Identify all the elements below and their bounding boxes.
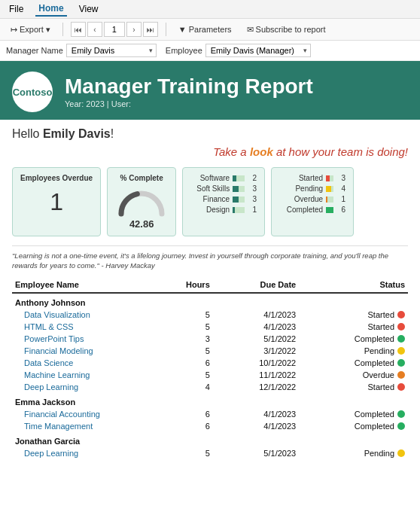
course-hours: 5 xyxy=(163,309,213,321)
table-row: Financial Accounting 6 4/1/2023 Complete… xyxy=(12,408,408,420)
subscribe-icon: ✉ xyxy=(247,25,254,35)
manager-select[interactable]: Emily Davis xyxy=(66,44,157,57)
cat-row-software: Software 2 xyxy=(190,174,257,182)
next-page-button[interactable]: › xyxy=(126,22,142,37)
stat-row-started: Started 3 xyxy=(279,174,345,182)
hello-prefix: Hello xyxy=(12,127,43,140)
course-status: Pending xyxy=(299,447,408,459)
course-hours: 5 xyxy=(163,369,213,381)
course-name: Deep Learning xyxy=(12,381,163,393)
employee-filter-group: Employee Emily Davis (Manager) xyxy=(166,44,311,57)
status-dot xyxy=(397,383,405,391)
course-name: Machine Learning xyxy=(12,369,163,381)
export-button[interactable]: ↦ Export ▾ xyxy=(6,23,55,36)
course-name: PowerPoint Tips xyxy=(12,333,163,345)
employee-row: Jonathan Garcia xyxy=(12,432,408,447)
course-hours: 4 xyxy=(163,381,213,393)
course-status: Pending xyxy=(299,345,408,357)
status-dot xyxy=(397,359,405,367)
cat-label-software: Software xyxy=(190,174,230,182)
cat-row-design: Design 1 xyxy=(190,206,257,214)
cat-bar-softskills xyxy=(233,186,239,192)
status-text: Completed xyxy=(355,334,394,343)
toolbar-separator xyxy=(62,23,63,36)
quote-text: "Learning is not a one-time event, it's … xyxy=(12,245,408,271)
course-name: HTML & CSS xyxy=(12,321,163,333)
overdue-card: Employees Overdue 1 xyxy=(12,167,101,236)
cat-num-design: 1 xyxy=(248,206,257,214)
greeting-name: Emily Davis xyxy=(43,127,111,140)
employee-row: Emma Jackson xyxy=(12,393,408,408)
course-status: Completed xyxy=(299,333,408,345)
parameters-button[interactable]: ▼ Parameters xyxy=(174,23,236,35)
status-dot xyxy=(397,422,405,430)
table-row: PowerPoint Tips 3 5/1/2022 Completed xyxy=(12,333,408,345)
cat-num-finance: 3 xyxy=(248,195,257,203)
course-name: Data Visualization xyxy=(12,309,163,321)
course-status: Completed xyxy=(299,357,408,369)
course-hours: 6 xyxy=(163,420,213,432)
prev-page-button[interactable]: ‹ xyxy=(87,22,102,37)
stat-label-overdue: Overdue xyxy=(279,195,323,203)
course-status: Completed xyxy=(299,408,408,420)
col-hours: Hours xyxy=(163,277,213,293)
course-due: 5/1/2022 xyxy=(213,333,299,345)
stat-label-completed: Completed xyxy=(279,206,323,214)
table-row: Deep Learning 4 12/1/2022 Started xyxy=(12,381,408,393)
course-due: 4/1/2023 xyxy=(213,420,299,432)
manager-filter-group: Manager Name Emily Davis xyxy=(6,44,157,57)
course-status: Completed xyxy=(299,420,408,432)
status-text: Started xyxy=(368,382,394,392)
hello-section: Hello Emily Davis! xyxy=(0,120,420,144)
gauge-title: % Complete xyxy=(115,174,168,182)
stat-row-completed: Completed 6 xyxy=(279,206,345,214)
menu-view[interactable]: View xyxy=(76,2,102,16)
col-employee: Employee Name xyxy=(12,277,163,293)
stat-num-pending: 4 xyxy=(336,184,345,193)
status-dot xyxy=(397,347,405,355)
logo: Contoso xyxy=(12,72,53,112)
course-due: 11/1/2022 xyxy=(213,369,299,381)
status-dot xyxy=(397,410,405,418)
stat-bar-bg-completed xyxy=(326,207,333,213)
stat-num-overdue: 1 xyxy=(336,195,345,203)
table-row: Machine Learning 5 11/1/2022 Overdue xyxy=(12,369,408,381)
report-title: Manager Training Report xyxy=(65,75,313,99)
gauge-value: 42.86 xyxy=(115,218,168,230)
status-dot xyxy=(397,335,405,343)
last-page-button[interactable]: ⏭ xyxy=(143,22,158,37)
status-text: Completed xyxy=(355,358,394,367)
status-dot xyxy=(397,323,405,331)
table-section: Employee Name Hours Due Date Status Anth… xyxy=(0,277,420,471)
stat-bar-bg-started xyxy=(326,175,333,181)
status-dot xyxy=(397,371,405,379)
first-page-button[interactable]: ⏮ xyxy=(71,22,86,37)
quote-section: "Learning is not a one-time event, it's … xyxy=(0,241,420,277)
course-hours: 5 xyxy=(163,345,213,357)
table-row: HTML & CSS 5 4/1/2023 Started xyxy=(12,321,408,333)
employee-select[interactable]: Emily Davis (Manager) xyxy=(205,44,311,57)
stat-row-overdue: Overdue 1 xyxy=(279,195,345,203)
employee-row: Anthony Johnson xyxy=(12,293,408,309)
table-row: Data Visualization 5 4/1/2023 Started xyxy=(12,309,408,321)
page-number-input[interactable] xyxy=(104,22,125,37)
menu-file[interactable]: File xyxy=(6,2,26,16)
gauge-card: % Complete 42.86 xyxy=(107,167,176,236)
gauge-chart xyxy=(115,185,168,217)
cat-row-softskills: Soft Skills 3 xyxy=(190,184,257,193)
cat-bar-bg-softskills xyxy=(233,186,245,192)
category-card: Software 2 Soft Skills 3 Finance 3 Desig… xyxy=(182,167,265,236)
cat-label-finance: Finance xyxy=(190,195,230,203)
stat-bar-pending xyxy=(326,186,331,192)
cat-label-softskills: Soft Skills xyxy=(190,184,230,193)
employee-name: Emma Jackson xyxy=(12,393,408,408)
parameters-icon: ▼ xyxy=(178,25,187,34)
kpi-row: Employees Overdue 1 % Complete 42.86 Sof… xyxy=(0,163,420,241)
course-hours: 5 xyxy=(163,321,213,333)
menu-home[interactable]: Home xyxy=(35,2,66,17)
course-name: Time Management xyxy=(12,420,163,432)
status-dot xyxy=(397,449,405,457)
report-title-area: Manager Training Report Year: 2023 | Use… xyxy=(65,75,313,109)
stat-bar-overdue xyxy=(326,197,327,203)
subscribe-button[interactable]: ✉ Subscribe to report xyxy=(242,23,330,36)
